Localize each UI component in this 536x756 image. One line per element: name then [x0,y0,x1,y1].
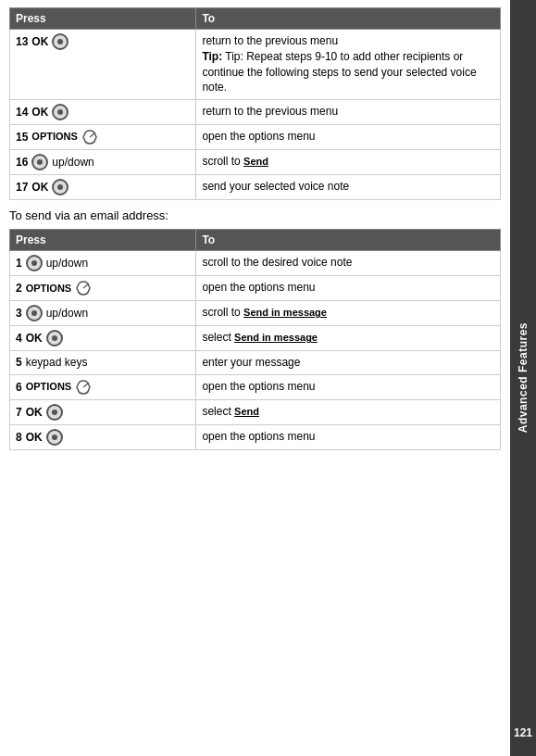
updown-label-t2-1: up/down [46,256,88,271]
to-bold-t2-7: Send [234,406,259,417]
row-num-t2-4: 4 [16,331,22,346]
tip-label: Tip: [202,50,222,63]
table-row: 8 OK open the options menu [10,425,501,450]
table-row: 6 OPTIONS open the options menu [10,375,501,400]
ok-button-icon-13 [52,33,69,50]
options-label-t2-2: OPTIONS [26,282,72,296]
ok-button-icon-t2-7 [46,404,63,421]
ok-label-17: OK [31,180,48,195]
row-num-t2-5: 5 [16,355,22,371]
press-cell-15: 15 OPTIONS [10,125,196,150]
press-cell-t2-7: 7 OK [10,400,196,425]
to-cell-t2-8: open the options menu [196,425,501,450]
press-cell-14: 14 OK [10,100,196,125]
to-main-14: return to the previous menu [202,105,338,118]
press-cell-17: 17 OK [10,175,196,200]
table1-header-to: To [196,8,501,30]
section-intro: To send via an email address: [9,208,501,224]
table-row: 3 up/down scroll to Send in message [10,301,501,326]
row-num-t2-7: 7 [16,405,22,421]
row-num-14: 14 [16,105,28,120]
to-cell-t2-4: select Send in message [196,326,501,351]
to-main-t2-5: enter your message [202,356,300,369]
tip-content-13: Tip: Repeat steps 9-10 to add other reci… [202,50,476,94]
options-icon-t2-2 [75,280,92,296]
ok-button-icon-14 [52,104,69,120]
table-row: 13 OK return to the previous menu Tip: T… [10,30,501,100]
to-cell-t2-2: open the options menu [196,276,501,301]
nav-button-icon-t2-1 [26,255,43,271]
row-num-17: 17 [16,180,28,195]
to-main-t2-6: open the options menu [202,380,315,393]
row-num-t2-2: 2 [16,281,22,296]
options-icon-t2-6 [75,379,92,396]
ok-label-t2-8: OK [26,430,43,446]
options-label-t2-6: OPTIONS [26,380,72,394]
press-cell-t2-3: 3 up/down [10,301,196,326]
table1: Press To 13 OK return to the previo [9,7,501,200]
to-cell-16: scroll to Send [196,150,501,175]
table-row: 2 OPTIONS open the options menu [10,276,501,301]
table-row: 1 up/down scroll to the desired voice no… [10,251,501,276]
table-row: 4 OK select Send in message [10,326,501,351]
ok-label-14: OK [31,105,48,120]
to-cell-t2-1: scroll to the desired voice note [196,251,501,276]
table2-header-to: To [196,230,501,251]
table2-header-press: Press [10,230,196,251]
table-row: 7 OK select Send [10,400,501,425]
page-wrapper: Press To 13 OK return to the previo [0,0,536,756]
tip-text-13: Tip: Tip: Repeat steps 9-10 to add other… [202,49,494,95]
keypad-label-t2-5: keypad keys [26,355,88,371]
to-cell-t2-7: select Send [196,400,501,425]
page-number: 121 [514,726,532,739]
row-num-t2-8: 8 [16,430,22,446]
svg-line-0 [90,132,95,137]
to-bold-16: Send [243,156,268,167]
to-main-t2-8: open the options menu [202,430,315,443]
press-cell-t2-4: 4 OK [10,326,196,351]
table2: Press To 1 up/down scroll to the de [9,229,501,450]
sidebar-label: Advanced Features [517,322,530,433]
to-main-t2-7: select [202,405,231,418]
press-cell-t2-6: 6 OPTIONS [10,375,196,400]
to-main-t2-4: select [202,331,231,344]
table-row: 14 OK return to the previous menu [10,100,501,125]
press-cell-13: 13 OK [10,30,196,100]
press-cell-t2-5: 5 keypad keys [10,351,196,375]
ok-button-icon-t2-4 [46,330,63,346]
updown-label-16: up/down [52,155,93,170]
row-num-t2-6: 6 [16,380,22,396]
table-row: 17 OK send your selected voice note [10,175,501,200]
ok-label-13: OK [31,34,48,50]
main-content: Press To 13 OK return to the previo [0,0,510,756]
nav-button-icon-16 [31,154,48,170]
to-main-16: scroll to [202,155,240,168]
table1-header-press: Press [10,8,196,30]
press-cell-t2-2: 2 OPTIONS [10,276,196,301]
to-bold-t2-3: Send in message [243,307,327,318]
press-cell-16: 16 up/down [10,150,196,175]
table-row: 16 up/down scroll to Send [10,150,501,175]
svg-line-2 [83,383,89,387]
row-num-t2-3: 3 [16,306,22,321]
to-main-17: send your selected voice note [202,180,349,193]
row-num-t2-1: 1 [16,256,22,271]
sidebar: Advanced Features 121 [510,0,536,756]
updown-label-t2-3: up/down [46,306,88,321]
press-cell-t2-8: 8 OK [10,425,196,450]
options-icon-15 [81,129,98,145]
row-num-15: 15 [16,130,28,145]
ok-label-t2-4: OK [26,331,43,346]
to-main-t2-1: scroll to the desired voice note [202,256,352,269]
to-main-t2-3: scroll to [202,306,240,319]
table-row: 5 keypad keys enter your message [10,351,501,375]
ok-button-icon-t2-8 [46,429,63,446]
to-bold-t2-4: Send in message [234,332,318,343]
to-cell-t2-3: scroll to Send in message [196,301,501,326]
press-cell-t2-1: 1 up/down [10,251,196,276]
to-cell-t2-5: enter your message [196,351,501,375]
to-cell-17: send your selected voice note [196,175,501,200]
svg-line-1 [83,284,89,288]
options-label-15: OPTIONS [31,130,78,144]
nav-button-icon-t2-3 [26,305,43,321]
